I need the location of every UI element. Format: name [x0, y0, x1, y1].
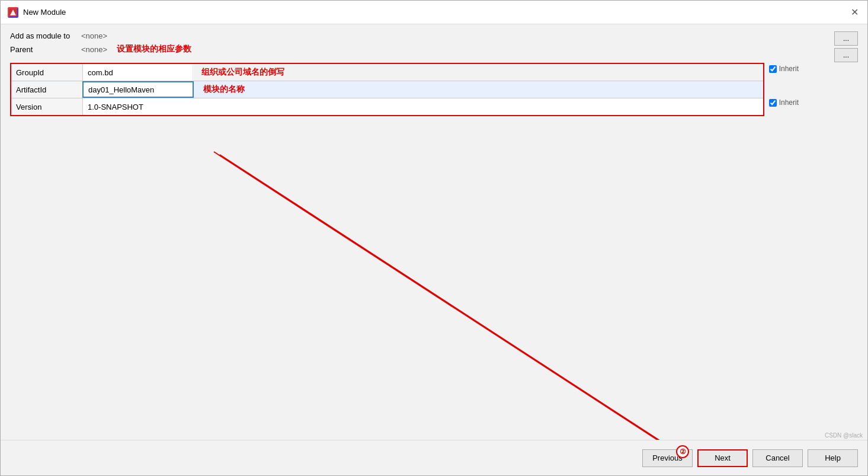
content-area: ... ... Add as module to <none> Parent <… — [1, 24, 867, 440]
groupid-input[interactable] — [82, 64, 192, 81]
parent-label: Parent — [10, 45, 81, 54]
new-module-dialog: New Module ✕ ... ... Add as module to <n… — [0, 0, 868, 476]
title-bar: New Module ✕ — [1, 1, 867, 24]
artifactid-annotation: 模块的名称 — [203, 84, 245, 95]
dialog-title: New Module — [23, 8, 66, 17]
version-inherit-label: Inherit — [779, 98, 799, 107]
groupid-label: GroupId — [11, 65, 82, 81]
watermark: CSDN @slack — [825, 432, 863, 439]
cancel-button[interactable]: Cancel — [752, 449, 803, 467]
artifactid-inherit — [769, 77, 799, 94]
groupid-inherit-label: Inherit — [779, 65, 799, 73]
groupid-inherit-checkbox[interactable] — [769, 65, 777, 73]
next-button[interactable]: Next — [697, 449, 748, 467]
bottom-bar: Previous Next Cancel Help — [1, 440, 867, 475]
groupid-annotation: 组织或公司域名的倒写 — [201, 67, 284, 78]
parent-value: <none> — [81, 45, 107, 54]
close-button[interactable]: ✕ — [848, 7, 860, 18]
groupid-row: GroupId 组织或公司域名的倒写 — [11, 64, 763, 81]
annotation2-circle: ② — [676, 445, 689, 458]
version-row: Version — [11, 98, 763, 115]
add-module-value: <none> — [81, 31, 107, 40]
version-inherit: Inherit — [769, 94, 799, 111]
top-right-buttons: ... ... — [834, 31, 858, 62]
artifactid-input[interactable] — [82, 81, 194, 98]
form-grid: GroupId 组织或公司域名的倒写 ArtifactId 模块的名称 Vers… — [10, 63, 764, 116]
help-button[interactable]: Help — [808, 449, 858, 467]
add-module-browse-button[interactable]: ... — [834, 31, 858, 46]
add-module-row: Add as module to <none> — [10, 31, 858, 40]
groupid-inherit: Inherit — [769, 60, 799, 77]
inherit-column: Inherit Inherit — [769, 60, 799, 111]
version-inherit-checkbox[interactable] — [769, 99, 777, 107]
title-left: New Module — [8, 7, 66, 18]
add-module-label: Add as module to — [10, 31, 81, 40]
parent-browse-button[interactable]: ... — [834, 48, 858, 62]
form-area: GroupId 组织或公司域名的倒写 ArtifactId 模块的名称 Vers… — [10, 60, 799, 116]
svg-line-4 — [214, 152, 670, 440]
version-input[interactable] — [82, 98, 763, 115]
artifactid-row: ArtifactId 模块的名称 — [11, 81, 763, 98]
annotation1-text: 设置模块的相应参数 — [117, 44, 191, 55]
svg-line-3 — [220, 155, 676, 440]
version-label: Version — [11, 99, 82, 115]
parent-row: Parent <none> 设置模块的相应参数 — [10, 44, 858, 55]
app-icon — [8, 7, 18, 18]
artifactid-label: ArtifactId — [11, 82, 82, 98]
